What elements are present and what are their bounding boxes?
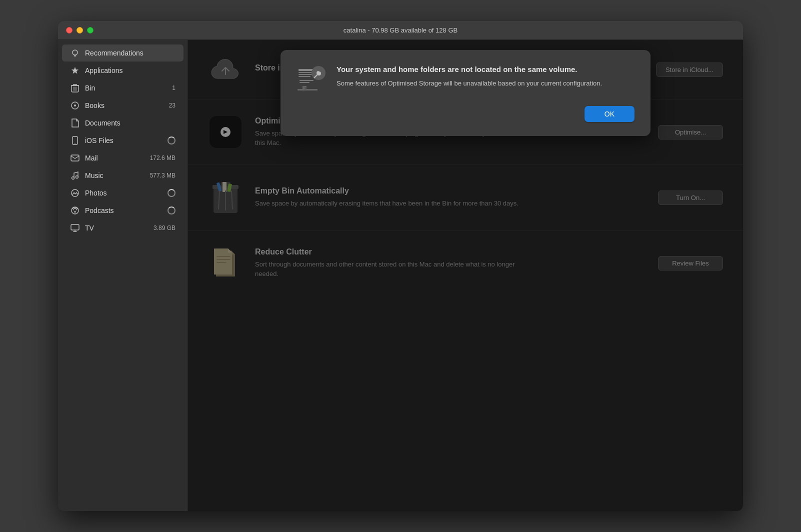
modal-header: Your system and home folders are not loc… (294, 64, 634, 96)
system-warning-modal: Your system and home folders are not loc… (280, 50, 650, 136)
modal-text: Your system and home folders are not loc… (336, 64, 634, 88)
applications-icon (70, 66, 80, 76)
ios-icon (70, 136, 80, 146)
sidebar-label-mail: Mail (85, 154, 145, 162)
svg-rect-12 (71, 224, 79, 230)
titlebar: catalina - 70.98 GB available of 128 GB (58, 21, 743, 40)
photos-spinner (168, 189, 176, 197)
sidebar-item-photos[interactable]: Photos (62, 184, 184, 202)
bin-icon (70, 83, 80, 93)
svg-point-5 (74, 143, 76, 144)
traffic-lights (66, 27, 94, 34)
svg-rect-6 (71, 155, 79, 161)
svg-rect-20 (300, 80, 314, 81)
mail-icon (70, 153, 80, 163)
close-button[interactable] (66, 27, 72, 34)
sidebar-item-recommendations[interactable]: Recommendations (62, 44, 184, 62)
sidebar-item-podcasts[interactable]: Podcasts (62, 202, 184, 219)
tv-icon (70, 223, 80, 233)
svg-rect-17 (298, 89, 318, 90)
sidebar: Recommendations Applications (58, 40, 188, 511)
sidebar-label-bin: Bin (85, 84, 167, 92)
svg-point-9 (72, 190, 78, 196)
sidebar-label-music: Music (85, 172, 145, 180)
sidebar-item-music[interactable]: Music 577.3 MB (62, 167, 184, 184)
modal-footer: OK (294, 106, 634, 122)
sidebar-label-applications: Applications (85, 66, 176, 74)
sidebar-label-documents: Documents (85, 119, 176, 127)
sidebar-item-tv[interactable]: TV 3.89 GB (62, 220, 184, 236)
svg-rect-21 (300, 82, 310, 83)
sidebar-badge-music: 577.3 MB (150, 172, 176, 179)
sidebar-item-bin[interactable]: Bin 1 (62, 80, 184, 96)
modal-body: Some features of Optimised Storage will … (336, 78, 634, 88)
music-icon (70, 170, 80, 180)
sidebar-label-books: Books (85, 102, 164, 110)
books-icon (70, 100, 80, 110)
svg-rect-22 (304, 87, 306, 90)
modal-title: Your system and home folders are not loc… (336, 64, 634, 74)
svg-rect-16 (298, 76, 310, 77)
sidebar-item-documents[interactable]: Documents (62, 114, 184, 132)
svg-point-0 (72, 50, 78, 55)
main-window: catalina - 70.98 GB available of 128 GB … (58, 21, 743, 511)
svg-point-3 (74, 104, 76, 106)
sidebar-label-tv: TV (85, 224, 148, 232)
modal-ok-button[interactable]: OK (584, 106, 634, 122)
sidebar-label-photos: Photos (85, 189, 162, 197)
sidebar-item-ios-files[interactable]: iOS Files (62, 132, 184, 149)
sidebar-label-recommendations: Recommendations (85, 49, 176, 57)
right-panel: Store in iCloud Store in iCloud... (188, 40, 743, 511)
sidebar-item-applications[interactable]: Applications (62, 62, 184, 79)
sidebar-badge-bin: 1 (172, 84, 176, 92)
podcasts-icon (70, 206, 80, 216)
window-title: catalina - 70.98 GB available of 128 GB (344, 26, 458, 34)
podcasts-spinner (168, 206, 176, 214)
svg-rect-1 (72, 86, 78, 92)
sidebar-badge-tv: 3.89 GB (154, 224, 176, 232)
minimize-button[interactable] (76, 27, 83, 34)
ios-files-spinner (168, 136, 176, 144)
sidebar-item-books[interactable]: Books 23 (62, 97, 184, 114)
modal-icon-area (294, 64, 326, 96)
modal-overlay: Your system and home folders are not loc… (188, 40, 743, 511)
sidebar-label-podcasts: Podcasts (85, 206, 162, 214)
sidebar-badge-books: 23 (169, 102, 176, 109)
sidebar-label-ios-files: iOS Files (85, 136, 162, 144)
sidebar-badge-mail: 172.6 MB (150, 154, 176, 162)
photos-icon (70, 188, 80, 198)
sidebar-item-mail[interactable]: Mail 172.6 MB (62, 150, 184, 166)
main-content: Recommendations Applications (58, 40, 743, 511)
maximize-button[interactable] (87, 27, 94, 34)
documents-icon (70, 118, 80, 128)
lightbulb-icon (70, 48, 80, 58)
